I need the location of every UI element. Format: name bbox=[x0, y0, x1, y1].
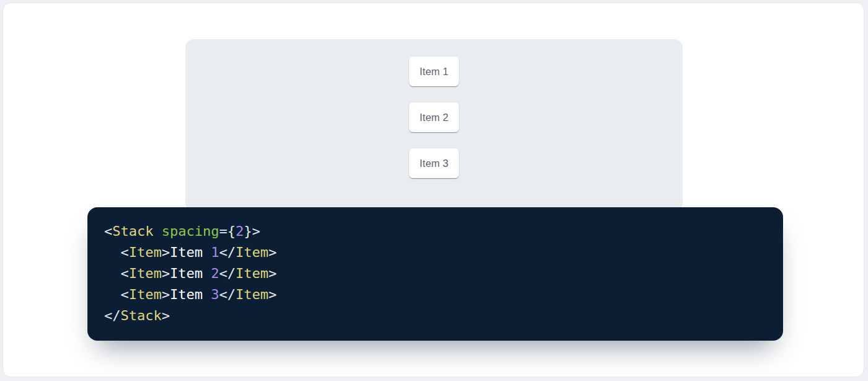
code-token-punct: > bbox=[162, 244, 170, 260]
stack-item: Item 3 bbox=[409, 148, 459, 178]
code-token-tag: Item bbox=[236, 244, 268, 260]
code-token-punct: < bbox=[121, 244, 129, 260]
code-token-punct: > bbox=[162, 266, 170, 281]
stack-demo-panel: Item 1Item 2Item 3 bbox=[185, 39, 683, 212]
code-token-num: 2 bbox=[211, 266, 219, 281]
code-line: <Item>Item 1</Item> bbox=[104, 242, 764, 263]
stack-item: Item 1 bbox=[409, 56, 459, 86]
code-token-punct: </ bbox=[219, 287, 236, 302]
code-token-punct: > bbox=[268, 266, 277, 281]
code-token-text: Item bbox=[170, 266, 211, 281]
code-token-text bbox=[104, 266, 121, 281]
stack-demo: Item 1Item 2Item 3 bbox=[185, 56, 683, 178]
code-token-punct: > bbox=[162, 287, 170, 302]
code-line: <Item>Item 3</Item> bbox=[104, 284, 764, 305]
code-token-punct: </ bbox=[219, 244, 236, 260]
page-surface: Item 1Item 2Item 3 <Stack spacing={2}> <… bbox=[2, 2, 864, 377]
code-block: <Stack spacing={2}> <Item>Item 1</Item> … bbox=[87, 207, 783, 341]
code-token-text bbox=[104, 244, 121, 260]
code-token-text: Item bbox=[170, 244, 211, 260]
code-token-punct: < bbox=[104, 223, 112, 239]
code-token-tag: Item bbox=[236, 266, 268, 281]
code-token-tag: Stack bbox=[112, 223, 153, 239]
code-token-punct: > bbox=[268, 287, 277, 302]
code-token-text: Item bbox=[170, 287, 211, 302]
code-line: <Item>Item 2</Item> bbox=[104, 263, 764, 284]
code-line: <Stack spacing={2}> bbox=[104, 221, 764, 242]
code-token-punct: </ bbox=[104, 308, 121, 323]
code-token-tag: Item bbox=[129, 244, 162, 260]
code-token-tag: Item bbox=[236, 287, 268, 302]
code-token-punct: > bbox=[162, 308, 170, 323]
code-token-punct: > bbox=[268, 244, 277, 260]
code-token-attr: spacing bbox=[162, 223, 219, 239]
code-token-num: 2 bbox=[236, 223, 244, 239]
code-token-punct: ={ bbox=[219, 223, 236, 239]
code-token-tag: Stack bbox=[121, 308, 162, 323]
code-token-num: 1 bbox=[211, 244, 219, 260]
code-token-punct: < bbox=[121, 287, 129, 302]
code-token-tag: Item bbox=[129, 287, 162, 302]
code-token-punct: < bbox=[121, 266, 129, 281]
code-line: </Stack> bbox=[104, 305, 764, 326]
code-token-num: 3 bbox=[211, 287, 219, 302]
code-token-tag: Item bbox=[129, 266, 162, 281]
code-token-punct: </ bbox=[219, 266, 236, 281]
code-token-text bbox=[153, 223, 161, 239]
code-token-text bbox=[104, 287, 121, 302]
code-token-punct: }> bbox=[244, 223, 260, 239]
stack-item: Item 2 bbox=[409, 102, 459, 132]
